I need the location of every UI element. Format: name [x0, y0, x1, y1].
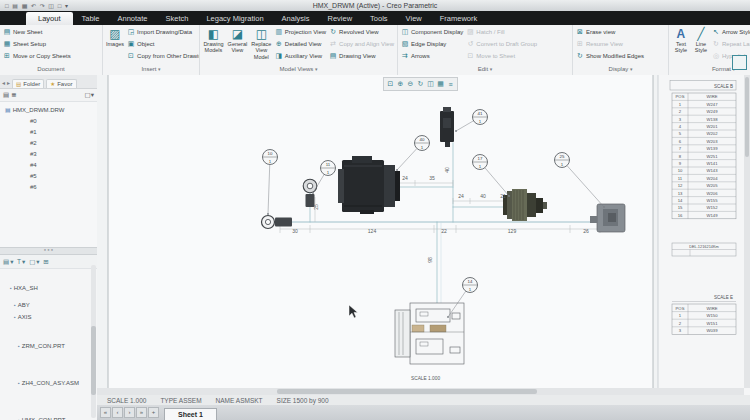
layers-icon[interactable]: ▦ [436, 80, 445, 88]
back-icon[interactable]: ◂ [2, 79, 5, 88]
tab-framework[interactable]: Framework [431, 11, 487, 25]
hatch-fill-button[interactable]: ▨ Hatch / Fill [466, 26, 537, 38]
move-to-sheet-button[interactable]: ⊡ Move to Sheet [466, 50, 537, 62]
model-tree-item[interactable]: ▪AXIS [0, 311, 97, 322]
bottom-detail-view[interactable] [395, 303, 464, 364]
group-label-edit[interactable]: Edit ▾ [401, 64, 569, 75]
new-sheet-button[interactable]: ▤ New Sheet [3, 26, 71, 38]
folder-icon: ▤ [16, 81, 21, 87]
graphics-area[interactable]: SCALE 1.000 3012422129262435244021254098… [97, 75, 750, 395]
repaint-icon[interactable]: ↻ [416, 80, 425, 88]
group-label-model-views[interactable]: Model Views ▾ [203, 64, 394, 75]
model-tree-item[interactable]: ▪HMX_CON.PRT [0, 414, 97, 420]
arrow-style-button[interactable]: ↖ Arrow Style ▾ [712, 26, 750, 38]
tab-tools[interactable]: Tools [361, 11, 397, 25]
dimension-value[interactable]: 35 [429, 175, 435, 181]
revolved-view-button[interactable]: ↻ Revolved View [329, 26, 394, 38]
erase-view-button[interactable]: ⊠ Erase view [576, 26, 644, 38]
next-sheet-icon[interactable]: › [124, 407, 135, 418]
tree-settings-icon[interactable]: ▢▾ [85, 91, 94, 99]
dimension-value[interactable]: 40 [480, 193, 486, 199]
drawing-models-button[interactable]: ◧ Drawing Models [203, 26, 224, 54]
tab-annotate[interactable]: Annotate [108, 11, 156, 25]
show-modified-edges-button[interactable]: ↻ Show Modified Edges [576, 50, 644, 62]
drawing-view-button[interactable]: ▤ Drawing View [329, 50, 394, 62]
copy-and-align-view-button[interactable]: ⇄ Copy and Align View [329, 38, 394, 50]
tab-table[interactable]: Table [73, 11, 109, 25]
replace-view-model-button[interactable]: ◫ Replace View Model [251, 26, 272, 60]
copy-from-other-drawing-button[interactable]: ⊡ Copy from Other Drawing [127, 50, 200, 62]
tab-layout[interactable]: Layout [26, 12, 73, 25]
repeat-last-format-button[interactable]: ↻ Repeat Last Format [712, 38, 750, 50]
zoom-in-icon[interactable]: ⊕ [396, 80, 405, 88]
first-sheet-icon[interactable]: « [100, 407, 111, 418]
resume-view-button[interactable]: ⊞ Resume View [576, 38, 644, 50]
add-sheet-icon[interactable]: + [148, 407, 159, 418]
projection-view-button[interactable]: ▥ Projection View [275, 26, 326, 38]
model-tree-item[interactable]: ▪HXA_SH [0, 282, 97, 293]
dimension-value[interactable]: 30 [292, 228, 298, 234]
general-view-button[interactable]: ◪ General View [227, 26, 248, 54]
dimension-value[interactable]: 21 [500, 193, 506, 199]
dimension-value[interactable]: 25 [313, 204, 319, 210]
dimension-value[interactable]: 129 [508, 228, 517, 234]
dimension-value[interactable]: 98 [427, 257, 433, 263]
previous-sheet-icon[interactable]: ‹ [112, 407, 123, 418]
arrows-button[interactable]: ⇉ Arrows [401, 50, 463, 62]
import-drawing-data-button[interactable]: ◲ Import Drawing/Data [127, 26, 200, 38]
tab-review[interactable]: Review [319, 11, 362, 25]
vertical-scrollbar[interactable] [744, 75, 750, 388]
zoom-out-icon[interactable]: ⊖ [406, 80, 415, 88]
ribbon-overflow-button[interactable] [732, 55, 747, 70]
drawing-tree-item[interactable]: #5 [0, 170, 97, 181]
drawing-tree-item[interactable]: #3 [0, 148, 97, 159]
forward-icon[interactable]: ▸ [7, 79, 10, 88]
drawing-tree-item[interactable]: #1 [0, 126, 97, 137]
dimension-value[interactable]: 22 [441, 228, 447, 234]
model-tree-toolbar-icons[interactable]: ▤▾ T▾ ▢▾ ⊞ [3, 258, 50, 266]
group-label-insert[interactable]: Insert ▾ [106, 64, 196, 75]
text-style-button[interactable]: A Text Style [672, 26, 690, 54]
panel-splitter[interactable]: ● ● ● [0, 247, 97, 255]
drawing-tree-root[interactable]: ▤ HMX_DRWM.DRW [0, 104, 97, 115]
refit-icon[interactable]: ⊡ [386, 80, 395, 88]
images-button[interactable]: ▨ Images [106, 26, 124, 47]
edge-display-button[interactable]: ▧ Edge Display [401, 38, 463, 50]
component-display-button[interactable]: ◫ Component Display [401, 26, 463, 38]
convert-to-draft-group-button[interactable]: ↺ Convert to Draft Group [466, 38, 537, 50]
drawing-tree-item[interactable]: #2 [0, 137, 97, 148]
display-style-icon[interactable]: ◫ [426, 80, 435, 88]
tab-legacy-migration[interactable]: Legacy Migration [197, 11, 272, 25]
model-tree-item[interactable]: ▪ZH4_CON_ASY.ASM [0, 377, 97, 388]
auxiliary-view-button[interactable]: ◨ Auxiliary View [275, 50, 326, 62]
dimension-value[interactable]: 24 [402, 175, 408, 181]
object-button[interactable]: ▣ Object [127, 38, 200, 50]
drawing-tree-item[interactable]: #4 [0, 159, 97, 170]
tab-analysis[interactable]: Analysis [273, 11, 319, 25]
tab-folder[interactable]: ▤ Folder [12, 79, 44, 88]
sheet-setup-button[interactable]: ▦ Sheet Setup [3, 38, 71, 50]
last-sheet-icon[interactable]: » [136, 407, 147, 418]
connector-vertical-top[interactable] [440, 107, 454, 147]
dimension-value[interactable]: 124 [368, 228, 377, 234]
dimension-value[interactable]: 40 [444, 167, 450, 173]
drawing-tree-item[interactable]: #0 [0, 115, 97, 126]
detailed-view-button[interactable]: ⊕ Detailed View [275, 38, 326, 50]
sheet-tab-active[interactable]: Sheet 1 [164, 408, 217, 420]
view-list-icon[interactable]: ≡ [446, 81, 455, 88]
horizontal-scrollbar[interactable] [97, 388, 744, 395]
dimension-value[interactable]: 24 [458, 193, 464, 199]
move-or-copy-sheets-button[interactable]: ⊞ Move or Copy Sheets [3, 50, 71, 62]
svg-text:W151: W151 [707, 321, 719, 326]
drawing-tree-item[interactable]: #6 [0, 181, 97, 192]
line-style-button[interactable]: ╱ Line Style [693, 26, 709, 54]
model-tree-scrollbar[interactable] [91, 265, 96, 418]
tab-sketch[interactable]: Sketch [157, 11, 198, 25]
tab-favorites[interactable]: ★ Favor [46, 79, 76, 88]
model-tree-item[interactable]: ▪ZRM_CON.PRT [0, 340, 97, 351]
dimension-value[interactable]: 26 [583, 228, 589, 234]
tree-list-icons[interactable]: ▤ ≣ [3, 91, 16, 99]
tab-view[interactable]: View [397, 11, 431, 25]
group-label-display[interactable]: Display ▾ [576, 64, 665, 75]
model-tree-item[interactable]: ▪ABY [0, 299, 97, 310]
